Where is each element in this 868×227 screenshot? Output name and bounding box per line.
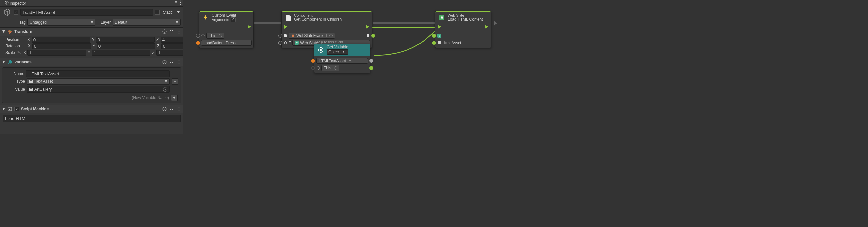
target-port[interactable] [196, 34, 200, 38]
add-variable-button[interactable]: + [171, 95, 178, 101]
var-type-label: Type [10, 79, 25, 84]
svg-rect-32 [30, 89, 32, 89]
flow-out-port[interactable] [485, 25, 488, 29]
gameobject-header: Static [0, 6, 183, 18]
rotation-y-input[interactable] [97, 43, 155, 49]
node-header[interactable]: Component Get Component In Children [282, 11, 372, 23]
svg-point-5 [180, 2, 181, 3]
node-get-variable[interactable]: Get Variable Object ▼ HTMLTextAsset ▼ [314, 43, 370, 73]
variables-header[interactable]: Variables ? [0, 58, 183, 66]
script-machine-enabled-checkbox[interactable] [14, 107, 19, 111]
prefab-icon [291, 34, 295, 38]
fallback-port[interactable] [369, 59, 373, 63]
result-port[interactable] [371, 34, 375, 38]
layer-dropdown[interactable]: Default [113, 19, 181, 26]
object-picker-icon[interactable] [329, 34, 333, 37]
tag-dropdown[interactable]: Untagged [28, 19, 95, 26]
layer-value: Default [115, 20, 127, 25]
script-machine-header[interactable]: Script Machine ? [0, 105, 183, 113]
gameobject-input[interactable]: WebSlateFramed [289, 33, 335, 39]
node-load-html[interactable]: # Web Slate Load HTML Content # Html Ass… [435, 11, 491, 48]
preset-icon[interactable] [169, 60, 174, 64]
object-picker-icon[interactable] [334, 66, 337, 70]
rotation-x-input[interactable] [32, 43, 91, 49]
var-value-input[interactable]: ArtGallery [27, 86, 170, 93]
help-icon[interactable]: ? [162, 29, 167, 34]
gameobject-name-input[interactable] [20, 9, 153, 16]
name-port[interactable] [311, 59, 315, 63]
target-input[interactable]: This [206, 33, 224, 39]
name-port[interactable] [196, 41, 200, 45]
value-port[interactable] [369, 66, 373, 70]
info-icon [5, 1, 8, 6]
target-port[interactable] [278, 34, 282, 38]
var-name-input[interactable] [26, 70, 170, 77]
source-port[interactable] [311, 66, 315, 70]
link-scale-icon[interactable] [17, 50, 22, 55]
drag-handle-icon[interactable]: = [5, 71, 7, 76]
hash-icon: # [295, 41, 299, 45]
var-name-label: Name [9, 71, 24, 76]
layer-label: Layer [97, 20, 111, 25]
transform-header[interactable]: Transform ? [0, 28, 183, 36]
flow-in-port[interactable] [438, 25, 441, 29]
transform-component: Transform ? Position X Y Z [0, 28, 183, 58]
variables-icon [7, 60, 12, 65]
help-icon[interactable]: ? [162, 60, 167, 64]
kebab-icon[interactable] [177, 107, 181, 111]
graph-canvas[interactable]: Custom Event Arguments 0 This LoadButton… [183, 0, 510, 134]
script-machine-icon [7, 106, 12, 111]
node-header[interactable]: Custom Event Arguments 0 [199, 11, 253, 23]
variable-kind-dropdown[interactable]: Object ▼ [327, 50, 348, 55]
node-header[interactable]: # Web Slate Load HTML Content [435, 11, 491, 23]
scale-y-input[interactable] [92, 50, 150, 56]
node-custom-event[interactable]: Custom Event Arguments 0 This LoadButton… [199, 11, 254, 48]
foldout-icon[interactable] [2, 30, 5, 33]
static-dropdown[interactable] [176, 11, 181, 13]
help-icon[interactable]: ? [162, 107, 167, 111]
graph-name-input[interactable] [3, 115, 181, 122]
lock-icon[interactable] [174, 1, 178, 6]
flow-out-port[interactable] [366, 25, 369, 29]
preset-icon[interactable] [169, 29, 174, 34]
scale-x-input[interactable] [28, 50, 86, 56]
position-y-input[interactable] [96, 37, 155, 42]
inspector-panel: Inspector Static Tag Untagged Layer [0, 0, 183, 134]
webslate-icon: # [438, 14, 446, 22]
text-asset-icon [29, 87, 33, 91]
flow-in-port[interactable] [284, 25, 287, 29]
svg-rect-49 [438, 42, 440, 43]
svg-point-43 [179, 110, 179, 111]
var-type-dropdown[interactable]: Text Asset [27, 78, 170, 85]
asset-port[interactable] [432, 41, 436, 45]
variable-name-dropdown[interactable]: HTMLTextAsset ▼ [316, 58, 368, 64]
target-port[interactable] [432, 34, 436, 38]
gameobject-active-checkbox[interactable] [14, 10, 18, 15]
tag-label: Tag [14, 20, 26, 25]
kebab-icon[interactable] [177, 60, 181, 64]
svg-rect-27 [30, 80, 32, 81]
remove-variable-button[interactable]: − [172, 78, 178, 85]
event-name-input[interactable]: LoadButton_Press [201, 40, 251, 46]
svg-text:?: ? [163, 61, 165, 64]
static-checkbox[interactable] [155, 10, 160, 15]
foldout-icon[interactable] [2, 108, 5, 110]
object-picker-icon[interactable] [219, 34, 222, 37]
position-x-input[interactable] [32, 37, 90, 42]
inspector-tab[interactable]: Inspector [2, 0, 28, 6]
source-input[interactable]: This [321, 65, 339, 71]
var-value-text: ArtGallery [34, 87, 52, 92]
transform-title: Transform [14, 29, 160, 34]
kebab-icon[interactable] [180, 0, 181, 6]
svg-rect-10 [172, 30, 173, 31]
type-port[interactable] [278, 41, 282, 45]
preset-icon[interactable] [169, 107, 174, 111]
script-machine-title: Script Machine [21, 107, 160, 111]
foldout-icon[interactable] [2, 61, 5, 63]
object-picker-icon[interactable] [163, 87, 167, 92]
svg-rect-19 [170, 61, 172, 62]
svg-rect-29 [30, 82, 31, 82]
node-header[interactable]: Get Variable Object ▼ [314, 44, 370, 56]
kebab-icon[interactable] [177, 29, 181, 34]
flow-out-port[interactable] [248, 25, 251, 29]
